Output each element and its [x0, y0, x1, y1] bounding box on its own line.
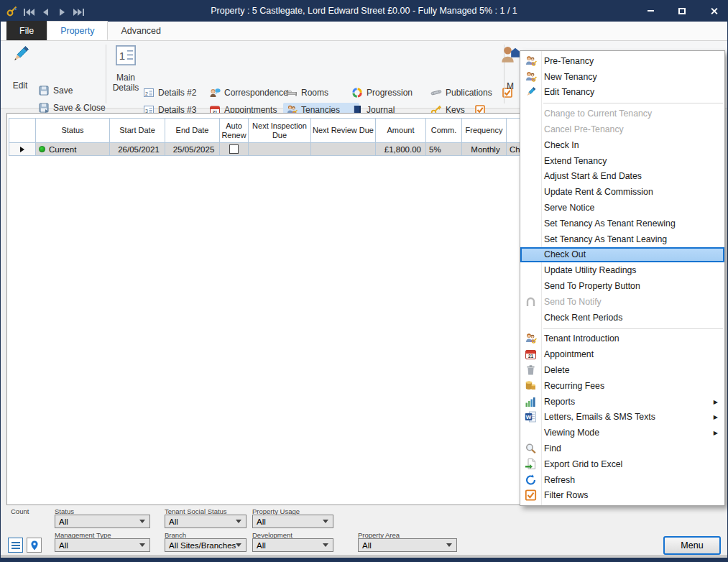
menu-item-change-to-current-tenancy: Change to Current Tenancy [520, 106, 724, 121]
grid-column-header[interactable]: End Date [165, 119, 220, 143]
menu-item-recurring-fees[interactable]: Recurring Fees [520, 378, 724, 394]
match-person-icon [500, 44, 520, 64]
edit-button[interactable]: Edit [8, 45, 32, 91]
menu-item-new-tenancy[interactable]: New Tenancy [520, 69, 724, 85]
grid-column-header[interactable]: Auto Renew [220, 119, 249, 143]
menu-button[interactable]: Menu [663, 536, 721, 555]
grid-column-header[interactable]: Next Inspection Due [249, 119, 311, 143]
grid-cell-start-date: 26/05/2021 [110, 143, 165, 156]
filter-dropdown-tenant-social-status[interactable]: All [165, 515, 246, 528]
grid-column-header[interactable]: Comm. [426, 119, 462, 143]
grid-column-header[interactable]: Status [36, 119, 110, 143]
word-icon: W [525, 411, 537, 423]
menu-item-refresh[interactable]: Refresh [520, 472, 724, 488]
menu-item-check-rent-periods[interactable]: Check Rent Periods [520, 310, 724, 326]
close-button[interactable] [707, 4, 720, 17]
grid-column-header[interactable]: Start Date [110, 119, 165, 143]
filter-dropdown-property-area[interactable]: All [358, 538, 457, 552]
dropdown-value: All Sites/Branches [169, 541, 236, 550]
menu-item-edit-tenancy[interactable]: Edit Tenancy [520, 85, 724, 101]
filter-dropdown-management-type[interactable]: All [55, 538, 150, 552]
trash-icon [525, 364, 537, 377]
map-view-button[interactable] [27, 538, 42, 553]
grid-column-header[interactable] [9, 119, 36, 143]
filter-bar: Count 1 StatusAllTenant Social StatusAll… [1, 505, 727, 555]
menu-item-appointment[interactable]: 21Appointment [520, 346, 724, 362]
status-green-icon [39, 146, 45, 152]
grid-column-header[interactable]: Frequency [462, 119, 507, 143]
svg-text:2: 2 [145, 91, 148, 96]
maximize-button[interactable] [676, 4, 688, 17]
grid-column-header[interactable]: Amount [376, 119, 426, 143]
ribbon-button-label: Correspondence [224, 88, 288, 98]
filter-icon [525, 489, 537, 502]
calendar-icon: 21 [525, 349, 537, 361]
search-icon [525, 443, 537, 455]
first-record-button[interactable] [24, 6, 34, 15]
grid-column-header[interactable]: Next Review Due [311, 119, 376, 143]
ribbon-progression-button[interactable]: Progression [349, 86, 425, 100]
tab-property[interactable]: Property [47, 21, 108, 40]
menu-item-check-in[interactable]: Check In [520, 137, 724, 153]
last-record-button[interactable] [73, 6, 84, 15]
menu-separator [520, 100, 724, 106]
main-details-icon: 1 [115, 44, 137, 67]
previous-record-button[interactable] [40, 6, 51, 15]
tab-advanced[interactable]: Advanced [108, 21, 174, 40]
menu-item-label: Edit Tenancy [544, 87, 594, 97]
cell-text: £1,800.00 [376, 145, 425, 154]
chart-icon [525, 395, 537, 407]
menu-item-set-tenancy-as-tenant-leaving[interactable]: Set Tenancy As Tenant Leaving [520, 231, 724, 247]
menu-item-adjust-start-end-dates[interactable]: Adjust Start & End Dates [520, 169, 724, 185]
menu-item-letters-emails-sms-texts[interactable]: WLetters, Emails & SMS Texts▶ [520, 410, 724, 425]
ribbon-details-2-button[interactable]: 2Details #2 [140, 86, 203, 100]
menu-item-delete[interactable]: Delete [520, 362, 724, 378]
menu-item-set-tenancy-as-tenant-renewing[interactable]: Set Tenancy As Tenant Renewing [520, 216, 724, 231]
menu-item-label: Send To Property Button [544, 281, 640, 291]
grid-cell-next-review-due [311, 143, 376, 156]
menu-item-viewing-mode[interactable]: Viewing Mode▶ [520, 425, 724, 441]
menu-item-update-utility-readings[interactable]: Update Utility Readings [520, 262, 724, 278]
menu-item-filter-rows[interactable]: Filter Rows [520, 488, 724, 504]
main-details-button[interactable]: 1 Main Details [110, 44, 142, 93]
ribbon-save-button[interactable]: Save [35, 83, 75, 98]
window-title: Property : 5 Castlegate, Lord Edward Str… [1, 6, 727, 16]
tenancy-icon [525, 333, 537, 345]
menu-item-send-to-property-button[interactable]: Send To Property Button [520, 278, 724, 294]
menu-separator [520, 326, 724, 331]
auto-renew-checkbox[interactable] [229, 144, 239, 154]
filter-dropdown-property-usage[interactable]: All [252, 515, 333, 528]
menu-item-label: Extend Tenancy [544, 156, 607, 166]
dropdown-value: All [257, 517, 266, 526]
ribbon-button-label: Save & Close [53, 103, 106, 113]
menu-item-check-out[interactable]: Check Out [520, 247, 724, 263]
filter-dropdown-development[interactable]: All [252, 538, 333, 552]
menu-item-find[interactable]: Find [520, 441, 724, 456]
tab-file[interactable]: File [6, 21, 47, 40]
menu-item-update-rent-commission[interactable]: Update Rent & Commission [520, 184, 724, 200]
ribbon-correspondence-button[interactable]: Correspondence [206, 86, 291, 100]
pencil-icon [525, 86, 537, 98]
map-pin-icon [29, 540, 40, 551]
menu-item-label: Tenant Introduction [544, 333, 619, 344]
grid-column-header-label: Status [61, 126, 83, 135]
menu-item-tenant-introduction[interactable]: Tenant Introduction [520, 331, 724, 347]
count-label: Count [11, 507, 29, 515]
menu-item-reports[interactable]: Reports▶ [520, 394, 724, 410]
menu-item-pre-tenancy[interactable]: Pre-Tenancy [520, 53, 724, 69]
menu-item-serve-notice[interactable]: Serve Notice [520, 200, 724, 216]
edit-pencil-icon [10, 45, 30, 65]
filter-dropdown-branch[interactable]: All Sites/Branches [165, 538, 246, 552]
ribbon-button-label: Progression [367, 88, 413, 98]
menu-item-export-grid-to-excel[interactable]: Export Grid to Excel [520, 456, 724, 472]
list-view-button[interactable] [8, 538, 23, 553]
chevron-down-icon [236, 543, 241, 547]
next-record-button[interactable] [57, 6, 68, 15]
match-button[interactable]: M [499, 44, 521, 91]
match-label: M [507, 81, 514, 91]
minimize-button[interactable] [644, 4, 657, 17]
menu-item-extend-tenancy[interactable]: Extend Tenancy [520, 153, 724, 169]
filter-dropdown-status[interactable]: All [55, 515, 150, 528]
grid-cell-next-inspection-due [249, 143, 311, 156]
submenu-arrow-icon: ▶ [714, 398, 718, 405]
